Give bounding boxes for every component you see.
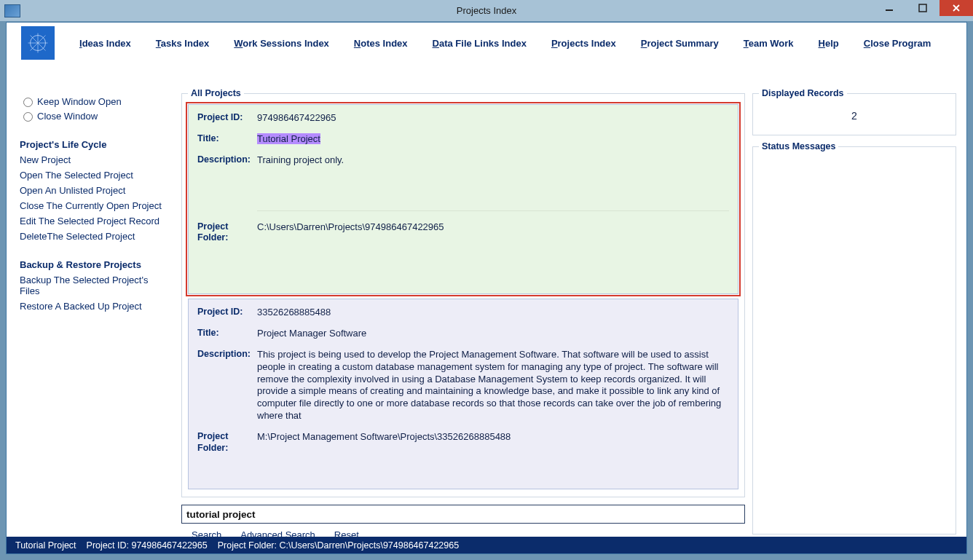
label-project-id: Project ID: — [197, 112, 257, 125]
app-window: Projects Index Ideas Index Tasks Index W… — [0, 0, 973, 560]
all-projects-legend: All Projects — [188, 88, 244, 98]
sidebar-new-project[interactable]: New Project — [20, 154, 165, 165]
statusbar: Tutorial Project Project ID: 97498646742… — [7, 537, 966, 553]
menu-data-file-links[interactable]: Data File Links Index — [433, 38, 527, 49]
menu-project-summary[interactable]: Project Summary — [641, 38, 719, 49]
value-title-0: Tutorial Project — [257, 133, 729, 146]
close-button[interactable] — [939, 0, 973, 16]
sidebar-restore[interactable]: Restore A Backed Up Project — [20, 301, 165, 312]
menu-tasks[interactable]: Tasks Index — [156, 38, 209, 49]
menu-close-program[interactable]: Close Program — [864, 38, 931, 49]
displayed-records-legend: Displayed Records — [759, 88, 847, 98]
app-icon — [4, 4, 20, 17]
sidebar-edit-selected[interactable]: Edit The Selected Project Record — [20, 216, 165, 226]
menu-help[interactable]: Help — [819, 38, 839, 49]
radio-keep-open[interactable]: Keep Window Open — [20, 95, 165, 107]
menu-ideas[interactable]: Ideas Index — [79, 38, 131, 49]
displayed-records-group: Displayed Records 2 — [752, 88, 956, 135]
project-record-selected[interactable]: Project ID: 974986467422965 Title: Tutor… — [188, 104, 738, 294]
right-column: Displayed Records 2 Status Messages — [748, 88, 966, 534]
project-record[interactable]: Project ID: 33526268885488 Title: Projec… — [188, 299, 738, 489]
sidebar-heading-lifecycle: Project's Life Cycle — [20, 139, 165, 150]
label-title: Title: — [197, 133, 257, 146]
statusbar-folder: Project Folder: C:\Users\Darren\Projects… — [218, 540, 459, 551]
label-description: Description: — [197, 349, 257, 422]
value-description-0: Training project only. — [257, 154, 729, 213]
sidebar-backup[interactable]: Backup The Selected Project's Files — [20, 275, 165, 296]
logo-icon[interactable] — [21, 26, 55, 60]
label-description: Description: — [197, 154, 257, 213]
displayed-records-count: 2 — [759, 104, 950, 129]
label-project-id: Project ID: — [197, 307, 257, 319]
main-area: Keep Window Open Close Window Project's … — [7, 88, 966, 534]
label-folder: Project Folder: — [197, 221, 257, 244]
value-project-id-1: 33526268885488 — [257, 307, 729, 319]
value-description-1: This project is being used to develop th… — [257, 349, 729, 422]
maximize-button[interactable] — [906, 0, 939, 16]
radio-keep-open-input[interactable] — [23, 98, 33, 107]
menu-notes[interactable]: Notes Index — [354, 38, 408, 49]
statusbar-project: Tutorial Project — [15, 540, 76, 551]
content-frame: Ideas Index Tasks Index Work Sessions In… — [6, 22, 967, 554]
minimize-button[interactable] — [872, 0, 906, 16]
search-row — [181, 505, 745, 524]
sidebar-open-selected[interactable]: Open The Selected Project — [20, 170, 165, 181]
value-project-id-0: 974986467422965 — [257, 112, 729, 125]
value-folder-0: C:\Users\Darren\Projects\974986467422965 — [257, 221, 729, 244]
radio-close-window[interactable]: Close Window — [20, 110, 165, 122]
menu-projects[interactable]: Projects Index — [551, 38, 616, 49]
window-title: Projects Index — [457, 5, 516, 16]
center-column: All Projects Project ID: 974986467422965… — [168, 88, 748, 534]
search-input[interactable] — [181, 505, 745, 524]
status-messages-legend: Status Messages — [759, 141, 838, 151]
sidebar-open-unlisted[interactable]: Open An Unlisted Project — [20, 185, 165, 196]
menu-work-sessions[interactable]: Work Sessions Index — [234, 38, 329, 49]
value-folder-1: M:\Project Management Software\Projects\… — [257, 431, 729, 454]
value-title-1: Project Manager Software — [257, 328, 729, 340]
label-title: Title: — [197, 328, 257, 340]
statusbar-pid: Project ID: 974986467422965 — [87, 540, 208, 551]
highlighted-title: Tutorial Project — [257, 133, 320, 144]
menubar: Ideas Index Tasks Index Work Sessions In… — [7, 23, 966, 63]
svg-rect-0 — [886, 9, 893, 11]
svg-rect-1 — [919, 4, 926, 12]
radio-close-window-input[interactable] — [23, 112, 33, 122]
sidebar-heading-backup: Backup & Restore Projects — [20, 259, 165, 270]
label-folder: Project Folder: — [197, 431, 257, 454]
titlebar[interactable]: Projects Index — [0, 0, 973, 22]
all-projects-group: All Projects Project ID: 974986467422965… — [181, 88, 745, 497]
window-controls — [872, 0, 973, 16]
status-messages-group: Status Messages — [752, 141, 956, 535]
sidebar-close-current[interactable]: Close The Currently Open Project — [20, 200, 165, 211]
sidebar-delete-selected[interactable]: DeleteThe Selected Project — [20, 231, 165, 242]
sidebar: Keep Window Open Close Window Project's … — [7, 88, 168, 534]
menu-team-work[interactable]: Team Work — [744, 38, 794, 49]
